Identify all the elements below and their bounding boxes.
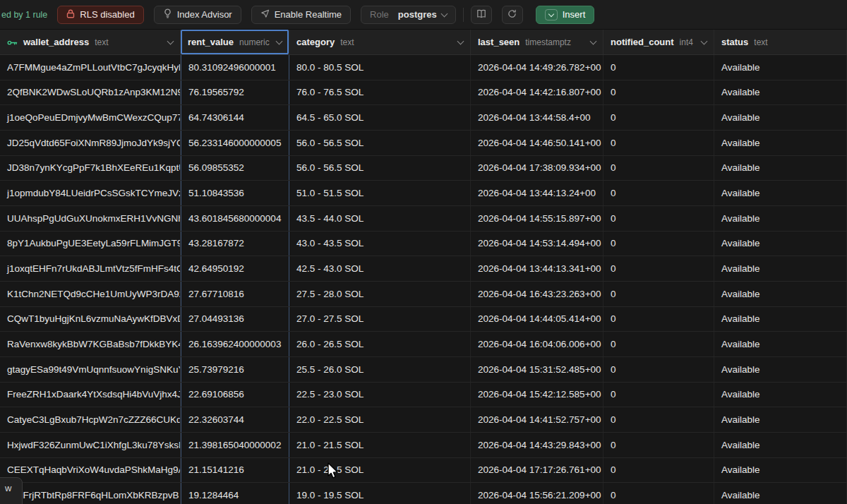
cell-last_seen[interactable]: 2026-04-04 15:31:52.485+00 [471,357,603,382]
cell-rent_value[interactable]: 56.09855352 [181,156,289,181]
cell-last_seen[interactable]: 2026-04-04 14:43:29.843+00 [471,433,603,457]
cell-notified_count[interactable]: 0 [603,407,714,432]
cell-category[interactable]: 27.0 - 27.5 SOL [289,307,471,332]
column-menu-chevron-icon[interactable] [276,37,283,44]
cell-last_seen[interactable]: 2026-04-04 16:04:06.006+00 [471,332,603,356]
column-menu-chevron-icon[interactable] [590,37,597,44]
column-header-notified_count[interactable]: notified_countint4 [603,30,714,54]
cell-rent_value[interactable]: 51.10843536 [181,181,289,205]
cell-last_seen[interactable]: 2026-04-04 14:53:14.494+00 [471,232,603,256]
cell-category[interactable]: 21.0 - 21.5 SOL [289,433,471,457]
cell-rent_value[interactable]: 43.601845680000004 [181,206,289,231]
cell-category[interactable]: 56.0 - 56.5 SOL [289,156,471,181]
rls-disabled-button[interactable]: RLS disabled [57,6,143,24]
cell-wallet_address[interactable]: CQwT1byuHgjKnL6vzmuNaAywKfDBVxD [0,307,181,332]
cell-wallet_address[interactable]: CatyeC3LgBxub7HcpW2n7cZZZ66CUKd [0,407,181,432]
cell-category[interactable]: 26.0 - 26.5 SOL [289,332,471,356]
cell-last_seen[interactable]: 2026-04-04 17:17:26.761+00 [471,458,603,483]
cell-category[interactable]: 80.0 - 80.5 SOL [289,55,471,80]
cell-status[interactable]: Available [714,80,847,105]
cell-category[interactable]: 42.5 - 43.0 SOL [289,256,471,281]
column-header-wallet_address[interactable]: wallet_addresstext [0,30,181,54]
refresh-button[interactable] [502,6,523,24]
cell-last_seen[interactable]: 2026-04-04 16:43:23.263+00 [471,282,603,306]
table-row[interactable]: JD38n7ynKYcgPpF7k1BhXEeREu1KqptU9356.098… [0,156,847,181]
cell-notified_count[interactable]: 0 [603,55,714,80]
insert-dropdown-chevron[interactable] [545,9,558,20]
cell-status[interactable]: Available [714,156,847,181]
cell-wallet_address[interactable]: JD38n7ynKYcgPpF7k1BhXEeREu1KqptU93 [0,156,181,181]
cell-wallet_address[interactable]: j1opmdubY84LUeidrPCsSGskTCYmeJVzd [0,181,181,205]
cell-status[interactable]: Available [714,206,847,231]
cell-rent_value[interactable]: 56.233146000000005 [181,131,289,155]
table-row[interactable]: b3dFrjRTbtRp8FRF6qHLomXbKRBzpvB19.128446… [0,483,847,504]
column-header-last_seen[interactable]: last_seentimestamptz [471,30,603,54]
cell-last_seen[interactable]: 2026-04-04 13:44:13.341+00 [471,256,603,281]
cell-last_seen[interactable]: 2026-04-04 13:44:13.24+00 [471,181,603,205]
cell-category[interactable]: 43.5 - 44.0 SOL [289,206,471,231]
cell-status[interactable]: Available [714,483,847,504]
cell-last_seen[interactable]: 2026-04-04 15:42:12.585+00 [471,383,603,407]
column-menu-chevron-icon[interactable] [701,37,708,44]
cell-last_seen[interactable]: 2026-04-04 15:56:21.209+00 [471,483,603,504]
cell-category[interactable]: 22.5 - 23.0 SOL [289,383,471,407]
table-row[interactable]: j1oxqtEHFn7rUkdABJLmtVtz5fFmHFs4tC42.649… [0,256,847,282]
column-header-category[interactable]: categorytext [289,30,471,54]
cell-status[interactable]: Available [714,307,847,332]
table-row[interactable]: HxjwdF326ZunmUwC1iXhfgL3ku78YsksN21.3981… [0,433,847,458]
cell-wallet_address[interactable]: JD25qVdtd65FoiXNmR89JjmoJdYk9sjYQ [0,131,181,155]
cell-rent_value[interactable]: 19.1284464 [181,483,289,504]
cell-rent_value[interactable]: 64.74306144 [181,105,289,130]
cell-status[interactable]: Available [714,383,847,407]
table-row[interactable]: CQwT1byuHgjKnL6vzmuNaAywKfDBVxD27.044931… [0,307,847,332]
cell-category[interactable]: 56.0 - 56.5 SOL [289,131,471,155]
cell-wallet_address[interactable]: FreeZRH1xDaark4YtXsdsqHi4bVuVjhx4JT [0,383,181,407]
cell-notified_count[interactable]: 0 [603,156,714,181]
cell-rent_value[interactable]: 26.163962400000003 [181,332,289,356]
cell-rent_value[interactable]: 42.64950192 [181,256,289,281]
cell-last_seen[interactable]: 2026-04-04 17:38:09.934+00 [471,156,603,181]
table-row[interactable]: j1opmdubY84LUeidrPCsSGskTCYmeJVzd51.1084… [0,181,847,206]
cell-rent_value[interactable]: 80.31092496000001 [181,55,289,80]
cell-wallet_address[interactable]: j1oeQoPeuEDmjvyMwBmCWexzCQup77k [0,105,181,130]
docs-button[interactable] [471,6,492,24]
cell-category[interactable]: 21.0 - 21.5 SOL [289,458,471,483]
cell-notified_count[interactable]: 0 [603,357,714,382]
cell-category[interactable]: 27.5 - 28.0 SOL [289,282,471,306]
cell-wallet_address[interactable]: A7FMMgue4aZmPLLoutVtbC7gJcyqkHyl [0,55,181,80]
cell-notified_count[interactable]: 0 [603,80,714,105]
cell-status[interactable]: Available [714,458,847,483]
cell-last_seen[interactable]: 2026-04-04 14:46:50.141+00 [471,131,603,155]
cell-notified_count[interactable]: 0 [603,282,714,306]
cell-wallet_address[interactable]: 8pY1AukbuPgUE3EetyLa59rFLMimJGT94 [0,232,181,256]
cell-rent_value[interactable]: 43.28167872 [181,232,289,256]
cell-last_seen[interactable]: 2026-04-04 14:41:52.757+00 [471,407,603,432]
cell-status[interactable]: Available [714,232,847,256]
index-advisor-button[interactable]: Index Advisor [154,6,241,24]
cell-notified_count[interactable]: 0 [603,483,714,504]
cell-category[interactable]: 64.5 - 65.0 SOL [289,105,471,130]
table-row[interactable]: CEEXTqHaqbVriXoW4uvdaPShkMaHg9A21.151412… [0,458,847,484]
cell-wallet_address[interactable]: UUAhspPgUdGuXUnokmxERH1VvNGNh1c [0,206,181,231]
cell-rent_value[interactable]: 22.69106856 [181,383,289,407]
cell-wallet_address[interactable]: j1oxqtEHFn7rUkdABJLmtVtz5fFmHFs4tC [0,256,181,281]
cell-rent_value[interactable]: 21.398165040000002 [181,433,289,457]
cell-last_seen[interactable]: 2026-04-04 14:44:05.414+00 [471,307,603,332]
cell-rent_value[interactable]: 22.32603744 [181,407,289,432]
cell-status[interactable]: Available [714,332,847,356]
table-row[interactable]: j1oeQoPeuEDmjvyMwBmCWexzCQup77k64.743061… [0,105,847,131]
cell-rent_value[interactable]: 76.19565792 [181,80,289,105]
role-selector[interactable]: Role postgres [361,6,456,24]
column-header-rent_value[interactable]: rent_valuenumeric [181,30,289,54]
cell-wallet_address[interactable]: gtagyESa99t49VmUqnnfsuowYnigSNKuY [0,357,181,382]
table-row[interactable]: FreeZRH1xDaark4YtXsdsqHi4bVuVjhx4JT22.69… [0,383,847,408]
cell-rent_value[interactable]: 25.73979216 [181,357,289,382]
cell-status[interactable]: Available [714,55,847,80]
cell-category[interactable]: 25.5 - 26.0 SOL [289,357,471,382]
cell-status[interactable]: Available [714,433,847,457]
cell-wallet_address[interactable]: 2QfBNK2WDwSLoUQRb1zAnp3KM12N9h [0,80,181,105]
cell-category[interactable]: 19.0 - 19.5 SOL [289,483,471,504]
table-row[interactable]: gtagyESa99t49VmUqnnfsuowYnigSNKuY25.7397… [0,357,847,383]
table-row[interactable]: 8pY1AukbuPgUE3EetyLa59rFLMimJGT9443.2816… [0,232,847,257]
cell-status[interactable]: Available [714,181,847,205]
